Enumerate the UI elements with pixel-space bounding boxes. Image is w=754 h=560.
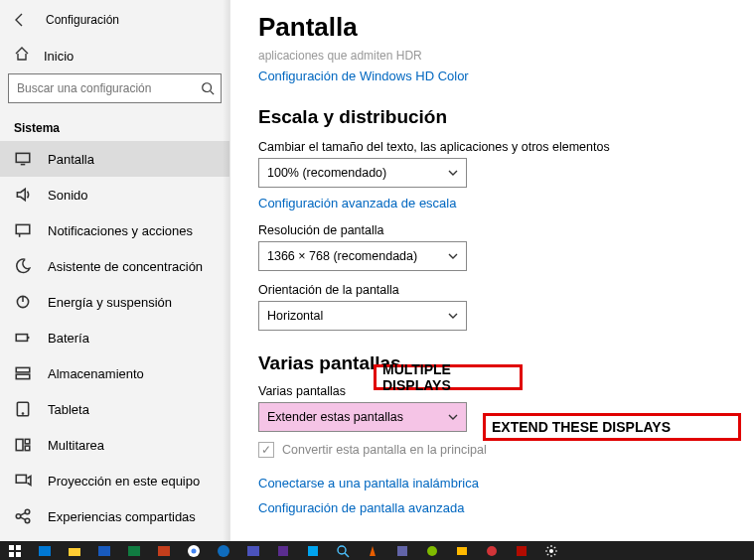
sidebar-item-label: Sonido xyxy=(48,188,87,203)
svg-point-0 xyxy=(203,83,212,92)
svg-rect-30 xyxy=(308,546,318,556)
sidebar-item-sonido[interactable]: Sonido xyxy=(0,177,229,212)
sidebar-item-label: Pantalla xyxy=(48,152,94,167)
orientation-dropdown[interactable]: Horizontal xyxy=(258,301,467,331)
taskbar[interactable] xyxy=(0,541,754,560)
advanced-scale-link[interactable]: Configuración avanzada de escala xyxy=(258,196,456,210)
power-icon xyxy=(14,293,32,311)
chevron-down-icon xyxy=(448,311,458,321)
settings-sidebar: Configuración Inicio Sistema PantallaSon… xyxy=(0,0,230,541)
svg-rect-10 xyxy=(25,439,30,444)
sidebar-item-concentracion[interactable]: Asistente de concentración xyxy=(0,248,229,284)
annotation-text: MULTIPLE DISPLAYS xyxy=(382,361,514,393)
taskbar-app-icon[interactable] xyxy=(268,541,298,560)
sidebar-item-almacenamiento[interactable]: Almacenamiento xyxy=(0,355,229,391)
sidebar-item-label: Energía y suspensión xyxy=(48,295,172,310)
make-main-label: Convertir esta pantalla en la principal xyxy=(282,443,487,457)
sidebar-item-tableta[interactable]: Tableta xyxy=(0,391,229,427)
taskbar-app-icon[interactable] xyxy=(387,541,417,560)
taskbar-app-icon[interactable] xyxy=(447,541,477,560)
svg-rect-16 xyxy=(9,545,14,550)
sidebar-item-experiencias[interactable]: Experiencias compartidas xyxy=(0,498,229,534)
svg-rect-22 xyxy=(98,546,110,556)
sidebar-item-notificaciones[interactable]: Notificaciones y acciones xyxy=(0,212,229,248)
multi-display-dropdown[interactable]: Extender estas pantallas xyxy=(258,402,467,432)
svg-rect-21 xyxy=(69,548,80,556)
taskbar-acrobat-icon[interactable] xyxy=(507,541,536,560)
svg-point-33 xyxy=(427,546,437,556)
taskbar-paint-icon[interactable] xyxy=(477,541,507,560)
page-title: Pantalla xyxy=(258,12,734,43)
taskbar-settings-icon[interactable] xyxy=(536,541,566,560)
sidebar-item-label: Tableta xyxy=(48,402,89,417)
svg-rect-1 xyxy=(16,153,30,162)
start-button[interactable] xyxy=(0,541,30,560)
svg-rect-12 xyxy=(16,475,26,483)
svg-rect-5 xyxy=(16,367,30,372)
clipped-text: aplicaciones que admiten HDR xyxy=(258,49,734,63)
taskbar-teams-icon[interactable] xyxy=(238,541,268,560)
scale-dropdown[interactable]: 100% (recomendado) xyxy=(258,158,467,188)
svg-rect-6 xyxy=(16,374,30,379)
wireless-link[interactable]: Conectarse a una pantalla inalámbrica xyxy=(258,476,734,490)
taskbar-app-icon[interactable] xyxy=(417,541,447,560)
svg-rect-9 xyxy=(16,439,23,450)
sidebar-item-pantalla[interactable]: Pantalla xyxy=(0,141,229,177)
sidebar-item-label: Asistente de concentración xyxy=(48,259,203,274)
taskbar-explorer-icon[interactable] xyxy=(60,541,89,560)
taskbar-excel-icon[interactable] xyxy=(119,541,149,560)
home-nav[interactable]: Inicio xyxy=(0,40,229,73)
svg-point-35 xyxy=(487,546,497,556)
home-icon xyxy=(14,46,30,66)
svg-rect-4 xyxy=(16,335,27,342)
svg-point-14 xyxy=(25,509,30,514)
taskbar-powerpoint-icon[interactable] xyxy=(149,541,179,560)
resolution-label: Resolución de pantalla xyxy=(258,223,734,237)
taskbar-chrome-icon[interactable] xyxy=(179,541,209,560)
svg-point-31 xyxy=(338,546,346,554)
back-button[interactable] xyxy=(8,8,32,32)
content-panel: Pantalla aplicaciones que admiten HDR Co… xyxy=(230,0,754,541)
app-title: Configuración xyxy=(46,13,119,27)
resolution-value: 1366 × 768 (recomendada) xyxy=(267,249,417,263)
sidebar-item-bateria[interactable]: Batería xyxy=(0,320,229,355)
sidebar-item-label: Proyección en este equipo xyxy=(48,474,200,489)
storage-icon xyxy=(14,364,32,382)
taskbar-word-icon[interactable] xyxy=(89,541,119,560)
sidebar-item-proyeccion[interactable]: Proyección en este equipo xyxy=(0,463,229,498)
search-icon xyxy=(201,81,215,95)
svg-point-13 xyxy=(16,514,21,519)
svg-rect-32 xyxy=(397,546,407,556)
sidebar-item-label: Batería xyxy=(48,331,89,346)
annotation-text: EXTEND THESE DISPLAYS xyxy=(492,419,671,435)
svg-rect-29 xyxy=(278,546,288,556)
multi-value: Extender estas pantallas xyxy=(267,410,403,424)
moon-icon xyxy=(14,257,32,275)
sidebar-item-label: Experiencias compartidas xyxy=(48,509,196,524)
resolution-dropdown[interactable]: 1366 × 768 (recomendada) xyxy=(258,241,467,271)
hd-color-link[interactable]: Configuración de Windows HD Color xyxy=(258,69,469,83)
search-input[interactable] xyxy=(17,81,201,95)
taskbar-outlook-icon[interactable] xyxy=(30,541,60,560)
advanced-display-link[interactable]: Configuración de pantalla avanzada xyxy=(258,500,734,515)
svg-rect-17 xyxy=(16,545,21,550)
taskbar-edge-icon[interactable] xyxy=(209,541,238,560)
svg-point-26 xyxy=(192,548,197,553)
project-icon xyxy=(14,472,32,490)
svg-rect-24 xyxy=(158,546,170,556)
annotation-multiple-displays: MULTIPLE DISPLAYS xyxy=(374,364,523,390)
scale-value: 100% (recomendado) xyxy=(267,166,386,180)
sidebar-item-multitarea[interactable]: Multitarea xyxy=(0,427,229,463)
multitask-icon xyxy=(14,436,32,454)
make-main-checkbox-row: ✓ Convertir esta pantalla en la principa… xyxy=(258,442,734,458)
scale-label: Cambiar el tamaño del texto, las aplicac… xyxy=(258,140,734,154)
sidebar-item-energia[interactable]: Energía y suspensión xyxy=(0,284,229,320)
taskbar-app-icon[interactable] xyxy=(298,541,328,560)
svg-rect-36 xyxy=(517,546,527,556)
share-icon xyxy=(14,507,32,525)
taskbar-search-icon[interactable] xyxy=(328,541,358,560)
sidebar-item-label: Multitarea xyxy=(48,438,104,453)
taskbar-vlc-icon[interactable] xyxy=(358,541,387,560)
search-box[interactable] xyxy=(8,73,222,103)
svg-rect-11 xyxy=(25,446,30,451)
